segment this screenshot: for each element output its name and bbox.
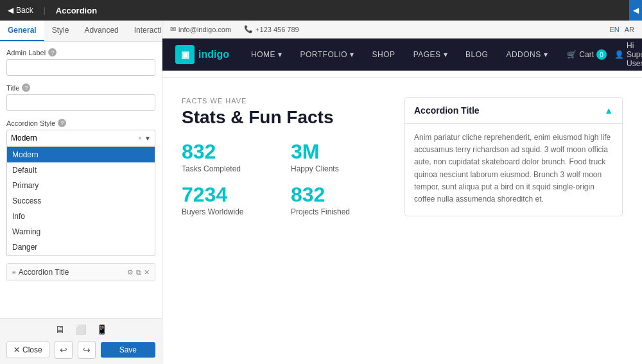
tablet-icon[interactable]: ⬜ xyxy=(75,324,86,336)
stats-grid: 832 Tasks Completed 3M Happy Clients 723… xyxy=(182,141,387,216)
phone-info: 📞 +123 456 789 xyxy=(244,25,299,33)
accordion-header[interactable]: Accordion Title ▲ xyxy=(405,98,622,124)
nav-portfolio-arrow: ▾ xyxy=(350,50,354,59)
redo-button[interactable]: ↪ xyxy=(78,341,96,359)
user-menu[interactable]: 👤 Hi Super User ▾ xyxy=(614,41,642,68)
dropdown-arrow-icon: ▼ xyxy=(144,135,151,142)
admin-label-help-icon[interactable]: ? xyxy=(48,48,56,56)
phone-text: +123 456 789 xyxy=(256,26,299,33)
stat-clients-number: 3M xyxy=(291,141,387,163)
title-help-icon[interactable]: ? xyxy=(22,83,30,92)
nav-center: ▣ indigo HOME ▾ PORTFOLIO ▾ SHOP xyxy=(162,39,557,71)
accordion-body-text: Anim pariatur cliche reprehenderit, enim… xyxy=(414,132,613,205)
admin-label-input[interactable] xyxy=(6,59,155,76)
settings-icon[interactable]: ⚙ xyxy=(127,268,134,277)
admin-label-group: Admin Label ? xyxy=(6,48,155,76)
undo-button[interactable]: ↩ xyxy=(55,341,73,359)
accordion-collapse-button[interactable]: ▲ xyxy=(604,105,613,116)
dropdown-item-default[interactable]: Default xyxy=(7,162,155,178)
page-content: FACTS WE HAVE Stats & Fun Facts 832 Task… xyxy=(162,84,642,364)
accordion-panel: Accordion Title ▲ Anim pariatur cliche r… xyxy=(404,97,623,216)
nav-pages-arrow: ▾ xyxy=(444,50,448,59)
top-bar: ◀ Back | Accordion ◀ xyxy=(0,0,642,21)
nav-menu: HOME ▾ PORTFOLIO ▾ SHOP PAGES ▾ xyxy=(242,39,557,71)
nav-addons[interactable]: ADDONS ▾ xyxy=(497,39,557,71)
accordion-style-group: Accordion Style ? Modern × ▼ Modern De xyxy=(6,119,155,256)
stat-tasks: 832 Tasks Completed xyxy=(182,141,278,173)
style-select-actions: × ▼ xyxy=(138,134,151,142)
dropdown-item-success[interactable]: Success xyxy=(7,193,155,209)
nav-bar: ▣ indigo HOME ▾ PORTFOLIO ▾ SHOP xyxy=(162,39,642,71)
panel-tabs: General Style Advanced Interaction xyxy=(0,21,162,42)
dropdown-item-danger[interactable]: Danger xyxy=(7,239,155,255)
title-input[interactable] xyxy=(6,94,155,111)
nav-portfolio[interactable]: PORTFOLIO ▾ xyxy=(291,39,363,71)
accordion-style-label: Accordion Style ? xyxy=(6,119,155,127)
panel-bottom: 🖥 ⬜ 📱 ✕ Close ↩ ↪ Save xyxy=(0,318,162,364)
panel-content: Admin Label ? Title ? Accordion Style ? xyxy=(0,42,162,318)
close-button[interactable]: ✕ Close xyxy=(6,342,49,358)
style-select-display[interactable]: Modern × ▼ xyxy=(6,130,155,146)
back-button[interactable]: ◀ Back xyxy=(8,6,33,15)
dropdown-item-primary[interactable]: Primary xyxy=(7,178,155,193)
lang-ar[interactable]: AR xyxy=(625,26,634,33)
user-icon: 👤 xyxy=(614,50,624,59)
nav-home[interactable]: HOME ▾ xyxy=(242,39,291,71)
mobile-icon[interactable]: 📱 xyxy=(96,324,107,336)
back-icon: ◀ xyxy=(8,6,13,15)
stat-tasks-number: 832 xyxy=(182,141,278,163)
action-bar: ✕ Close ↩ ↪ Save xyxy=(6,341,155,359)
stat-buyers: 7234 Buyers Worldwide xyxy=(182,184,278,216)
stat-tasks-label: Tasks Completed xyxy=(182,164,278,173)
phone-icon: 📞 xyxy=(244,25,253,33)
nav-home-arrow: ▾ xyxy=(278,50,282,59)
close-icon: ✕ xyxy=(13,345,20,354)
title-label: Title ? xyxy=(6,83,155,92)
tab-interaction[interactable]: Interaction xyxy=(126,21,162,41)
facts-label: FACTS WE HAVE xyxy=(182,97,392,105)
stat-projects-number: 832 xyxy=(291,184,387,206)
desktop-icon[interactable]: 🖥 xyxy=(55,324,65,336)
cart-count: 0 xyxy=(596,49,607,60)
back-label: Back xyxy=(16,6,33,15)
accordion-panel-title: Accordion Title xyxy=(414,105,480,116)
nav-logo: ▣ indigo xyxy=(162,45,242,64)
lang-en[interactable]: EN xyxy=(609,26,619,33)
accordion-style-dropdown[interactable]: Modern × ▼ Modern Default Primary Succes… xyxy=(6,130,155,256)
save-button[interactable]: Save xyxy=(101,342,155,358)
nav-blog[interactable]: BLOG xyxy=(456,39,497,71)
right-content: ✉ info@indigo.com 📞 +123 456 789 EN AR ▣… xyxy=(162,21,642,364)
dropdown-item-info[interactable]: Info xyxy=(7,209,155,224)
cart-button[interactable]: 🛒 Cart 0 xyxy=(567,49,607,60)
tab-style[interactable]: Style xyxy=(44,21,77,41)
stat-buyers-label: Buyers Worldwide xyxy=(182,207,278,216)
facts-left: FACTS WE HAVE Stats & Fun Facts 832 Task… xyxy=(182,97,392,216)
stat-projects-label: Projects Finished xyxy=(291,207,387,216)
facts-section: FACTS WE HAVE Stats & Fun Facts 832 Task… xyxy=(182,97,623,216)
stat-clients: 3M Happy Clients xyxy=(291,141,387,173)
stat-projects: 832 Projects Finished xyxy=(291,184,387,216)
style-dropdown-list: Modern Default Primary Success Info Warn… xyxy=(6,146,155,256)
accordion-style-help-icon[interactable]: ? xyxy=(58,119,66,127)
style-selected-value: Modern xyxy=(11,134,37,143)
info-bar: ✉ info@indigo.com 📞 +123 456 789 EN AR xyxy=(162,21,642,39)
tab-general[interactable]: General xyxy=(0,21,44,41)
title-group: Title ? xyxy=(6,83,155,111)
tab-advanced[interactable]: Advanced xyxy=(76,21,126,41)
dropdown-item-modern[interactable]: Modern xyxy=(7,147,155,162)
duplicate-icon[interactable]: ⧉ xyxy=(136,268,141,277)
logo-text: indigo xyxy=(198,49,229,60)
cart-label: Cart xyxy=(579,50,594,59)
dropdown-item-warning[interactable]: Warning xyxy=(7,224,155,239)
nav-shop[interactable]: SHOP xyxy=(363,39,404,71)
user-label: Hi Super User xyxy=(627,41,642,68)
nav-addons-arrow: ▾ xyxy=(544,50,548,59)
drag-handle-icon: ≡ xyxy=(12,269,16,276)
accordion-item-row: ≡ Accordion Title ⚙ ⧉ ✕ xyxy=(6,263,155,281)
nav-pages[interactable]: PAGES ▾ xyxy=(404,39,456,71)
admin-label-label: Admin Label ? xyxy=(6,48,155,56)
delete-icon[interactable]: ✕ xyxy=(144,268,150,277)
email-info: ✉ info@indigo.com xyxy=(170,25,231,33)
style-clear-button[interactable]: × xyxy=(138,134,142,142)
panel-toggle-button[interactable]: ◀ xyxy=(629,0,642,21)
